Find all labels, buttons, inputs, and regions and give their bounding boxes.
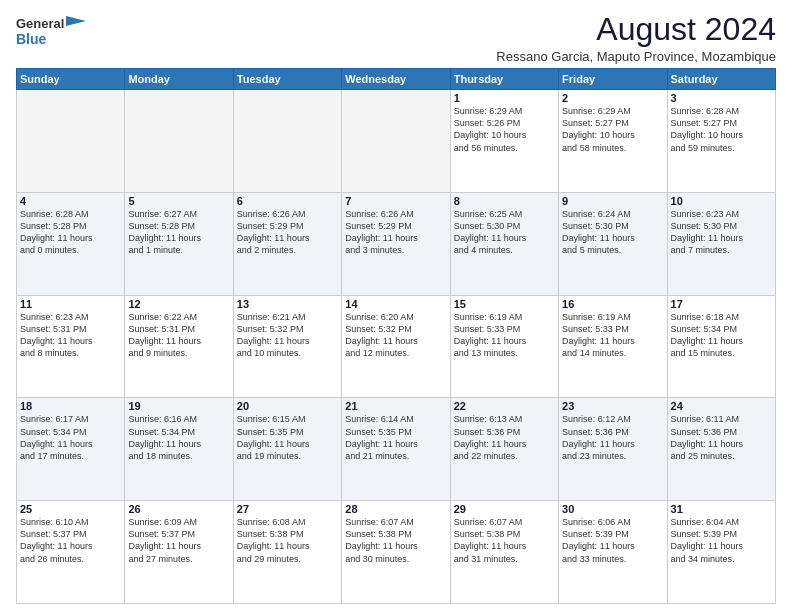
calendar-cell: 13Sunrise: 6:21 AMSunset: 5:32 PMDayligh… [233,295,341,398]
calendar-header-row: SundayMondayTuesdayWednesdayThursdayFrid… [17,69,776,90]
cell-info-line: and 34 minutes. [671,553,772,565]
cell-info-line: and 27 minutes. [128,553,229,565]
cell-info-line: Sunset: 5:30 PM [454,220,555,232]
calendar-cell: 26Sunrise: 6:09 AMSunset: 5:37 PMDayligh… [125,501,233,604]
day-number: 29 [454,503,555,515]
day-number: 10 [671,195,772,207]
cell-info-line: Sunset: 5:29 PM [345,220,446,232]
cell-info-line: Daylight: 11 hours [671,540,772,552]
day-number: 17 [671,298,772,310]
day-number: 22 [454,400,555,412]
cell-info-line: and 1 minute. [128,244,229,256]
cell-info-line: Sunset: 5:37 PM [128,528,229,540]
cell-info-line: Sunrise: 6:19 AM [562,311,663,323]
cell-info-line: Sunset: 5:38 PM [454,528,555,540]
cell-info-line: Sunrise: 6:29 AM [562,105,663,117]
cell-info-line: and 30 minutes. [345,553,446,565]
cell-info-line: Daylight: 10 hours [671,129,772,141]
calendar-cell: 10Sunrise: 6:23 AMSunset: 5:30 PMDayligh… [667,192,775,295]
calendar-cell: 14Sunrise: 6:20 AMSunset: 5:32 PMDayligh… [342,295,450,398]
svg-marker-0 [66,16,86,26]
day-header-tuesday: Tuesday [233,69,341,90]
calendar-cell: 11Sunrise: 6:23 AMSunset: 5:31 PMDayligh… [17,295,125,398]
cell-info-line: Daylight: 11 hours [20,540,121,552]
cell-info-line: Daylight: 11 hours [237,232,338,244]
cell-info-line: Sunset: 5:36 PM [454,426,555,438]
calendar-table: SundayMondayTuesdayWednesdayThursdayFrid… [16,68,776,604]
day-number: 3 [671,92,772,104]
day-number: 26 [128,503,229,515]
cell-info-line: and 0 minutes. [20,244,121,256]
calendar-cell: 28Sunrise: 6:07 AMSunset: 5:38 PMDayligh… [342,501,450,604]
calendar-cell: 6Sunrise: 6:26 AMSunset: 5:29 PMDaylight… [233,192,341,295]
cell-info-line: Daylight: 11 hours [454,438,555,450]
cell-info-line: Sunrise: 6:18 AM [671,311,772,323]
calendar-cell [342,90,450,193]
cell-info-line: Sunrise: 6:29 AM [454,105,555,117]
calendar-cell [17,90,125,193]
cell-info-line: and 9 minutes. [128,347,229,359]
cell-info-line: Daylight: 11 hours [562,438,663,450]
day-number: 19 [128,400,229,412]
cell-info-line: Daylight: 11 hours [345,540,446,552]
cell-info-line: Sunrise: 6:23 AM [671,208,772,220]
cell-info-line: Daylight: 11 hours [454,335,555,347]
calendar-week-row: 1Sunrise: 6:29 AMSunset: 5:26 PMDaylight… [17,90,776,193]
cell-info-line: and 3 minutes. [345,244,446,256]
cell-info-line: Daylight: 11 hours [20,438,121,450]
cell-info-line: Sunset: 5:35 PM [237,426,338,438]
calendar-cell: 8Sunrise: 6:25 AMSunset: 5:30 PMDaylight… [450,192,558,295]
logo-general: General [16,17,64,31]
day-header-saturday: Saturday [667,69,775,90]
cell-info-line: Daylight: 11 hours [128,335,229,347]
cell-info-line: Daylight: 11 hours [20,335,121,347]
day-number: 11 [20,298,121,310]
day-number: 31 [671,503,772,515]
cell-info-line: Sunrise: 6:21 AM [237,311,338,323]
calendar-cell: 17Sunrise: 6:18 AMSunset: 5:34 PMDayligh… [667,295,775,398]
cell-info-line: Sunrise: 6:27 AM [128,208,229,220]
day-number: 8 [454,195,555,207]
cell-info-line: Sunset: 5:38 PM [345,528,446,540]
cell-info-line: Sunset: 5:30 PM [562,220,663,232]
cell-info-line: Daylight: 11 hours [128,438,229,450]
calendar-cell: 30Sunrise: 6:06 AMSunset: 5:39 PMDayligh… [559,501,667,604]
cell-info-line: Daylight: 11 hours [345,438,446,450]
calendar-week-row: 18Sunrise: 6:17 AMSunset: 5:34 PMDayligh… [17,398,776,501]
cell-info-line: Sunset: 5:34 PM [671,323,772,335]
cell-info-line: Sunrise: 6:23 AM [20,311,121,323]
cell-info-line: Sunset: 5:34 PM [20,426,121,438]
calendar-cell: 15Sunrise: 6:19 AMSunset: 5:33 PMDayligh… [450,295,558,398]
day-number: 28 [345,503,446,515]
cell-info-line: and 59 minutes. [671,142,772,154]
cell-info-line: Sunrise: 6:26 AM [237,208,338,220]
cell-info-line: Sunset: 5:39 PM [671,528,772,540]
logo: General Blue [16,16,86,47]
cell-info-line: Sunset: 5:37 PM [20,528,121,540]
cell-info-line: and 12 minutes. [345,347,446,359]
cell-info-line: Daylight: 11 hours [562,540,663,552]
cell-info-line: Sunset: 5:36 PM [562,426,663,438]
day-number: 2 [562,92,663,104]
cell-info-line: Sunset: 5:38 PM [237,528,338,540]
calendar-cell: 20Sunrise: 6:15 AMSunset: 5:35 PMDayligh… [233,398,341,501]
cell-info-line: Daylight: 11 hours [671,335,772,347]
subtitle: Ressano Garcia, Maputo Province, Mozambi… [86,49,776,64]
cell-info-line: and 14 minutes. [562,347,663,359]
cell-info-line: and 15 minutes. [671,347,772,359]
page: General Blue August 2024 Ressano Garcia,… [0,0,792,612]
day-number: 25 [20,503,121,515]
cell-info-line: Daylight: 11 hours [345,232,446,244]
cell-info-line: Daylight: 11 hours [562,335,663,347]
cell-info-line: Sunset: 5:28 PM [128,220,229,232]
cell-info-line: Sunset: 5:30 PM [671,220,772,232]
logo-flag-icon [64,16,86,32]
cell-info-line: Sunrise: 6:22 AM [128,311,229,323]
day-number: 30 [562,503,663,515]
calendar-cell: 12Sunrise: 6:22 AMSunset: 5:31 PMDayligh… [125,295,233,398]
cell-info-line: and 26 minutes. [20,553,121,565]
day-header-wednesday: Wednesday [342,69,450,90]
day-number: 13 [237,298,338,310]
day-number: 18 [20,400,121,412]
day-number: 5 [128,195,229,207]
